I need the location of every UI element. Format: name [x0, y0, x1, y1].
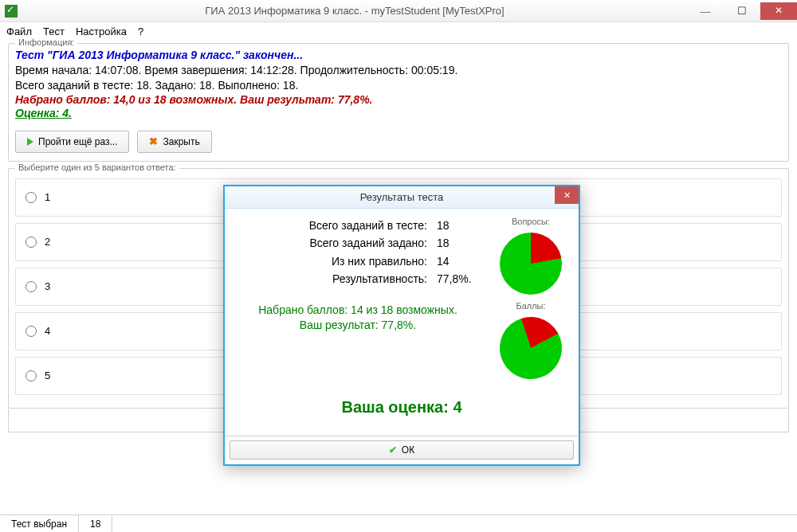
green-line2: Ваш результат: 77,8%. — [236, 318, 480, 334]
app-icon — [5, 5, 18, 18]
ok-button[interactable]: ✔ОК — [230, 440, 574, 460]
option-label: 2 — [45, 236, 50, 248]
option-label: 3 — [45, 280, 50, 292]
status-count: 18 — [79, 515, 112, 532]
status-left: Тест выбран — [0, 515, 79, 532]
radio-3[interactable] — [26, 281, 37, 292]
ok-label: ОК — [402, 444, 414, 456]
info-grade: Оценка: 4. — [15, 107, 782, 119]
retry-button[interactable]: Пройти ещё раз... — [15, 131, 129, 153]
dialog-body: Всего заданий в тесте:18 Всего заданий з… — [225, 209, 579, 436]
retry-label: Пройти ещё раз... — [38, 136, 117, 147]
close-button[interactable]: ✖ Закрыть — [137, 131, 211, 153]
close-window-button[interactable]: ✕ — [760, 2, 797, 20]
stat-total-label: Всего заданий в тесте: — [236, 217, 437, 234]
info-panel: Информация: Тест "ГИА 2013 Информатика 9… — [8, 43, 789, 162]
stat-correct-val: 14 — [437, 252, 477, 270]
option-label: 5 — [45, 370, 50, 381]
stat-correct-label: Из них правильно: — [236, 252, 437, 270]
info-legend: Информация: — [15, 37, 77, 47]
grade-text: Ваша оценка: 4 — [236, 398, 567, 417]
window-controls: — ☐ ✕ — [687, 2, 797, 20]
radio-4[interactable] — [26, 326, 37, 337]
close-label: Закрыть — [163, 136, 199, 147]
stat-eff-label: Результативность: — [236, 270, 437, 288]
dialog-title: Результаты теста — [360, 191, 444, 203]
results-dialog: Результаты теста ✕ Всего заданий в тесте… — [223, 185, 580, 466]
maximize-button[interactable]: ☐ — [724, 2, 760, 20]
stat-asked-val: 18 — [437, 234, 477, 252]
pie-column: Вопросы: Баллы: — [494, 217, 567, 379]
radio-2[interactable] — [26, 237, 37, 248]
stats-text: Всего заданий в тесте:18 Всего заданий з… — [236, 217, 480, 379]
answers-legend: Выберите один из 5 вариантов ответа: — [15, 162, 179, 172]
status-filler — [112, 515, 797, 532]
button-row: Пройти ещё раз... ✖ Закрыть — [15, 131, 782, 153]
radio-1[interactable] — [26, 192, 37, 203]
info-title: Тест "ГИА 2013 Информатика 9 класс." зак… — [15, 49, 782, 61]
menu-bar: Файл Тест Настройка ? — [0, 22, 797, 40]
info-score: Набрано баллов: 14,0 из 18 возможных. Ва… — [15, 93, 782, 106]
menu-settings[interactable]: Настройка — [76, 25, 127, 37]
menu-file[interactable]: Файл — [6, 25, 32, 37]
menu-help[interactable]: ? — [138, 25, 143, 37]
stat-eff-val: 77,8%. — [437, 270, 477, 288]
info-time: Время начала: 14:07:08. Время завершения… — [15, 63, 782, 78]
dialog-titlebar: Результаты теста ✕ — [225, 186, 579, 209]
option-label: 4 — [45, 325, 50, 337]
green-line1: Набрано баллов: 14 из 18 возможных. — [236, 303, 480, 319]
info-tasks: Всего заданий в тесте: 18. Задано: 18. В… — [15, 78, 782, 93]
dialog-close-button[interactable]: ✕ — [555, 186, 579, 204]
pie2-label: Баллы: — [516, 301, 545, 311]
dialog-footer: ✔ОК — [225, 436, 579, 464]
option-label: 1 — [45, 191, 50, 203]
play-icon — [27, 138, 33, 146]
questions-pie — [500, 233, 562, 295]
x-icon: ✖ — [149, 135, 158, 147]
pie1-label: Вопросы: — [512, 217, 550, 226]
window-title: ГИА 2013 Информатика 9 класс. - myTestSt… — [22, 5, 687, 17]
check-icon: ✔ — [389, 444, 397, 456]
status-bar: Тест выбран 18 — [0, 514, 797, 532]
points-pie — [492, 309, 570, 387]
stat-asked-label: Всего заданий задано: — [236, 234, 437, 252]
window-titlebar: ГИА 2013 Информатика 9 класс. - myTestSt… — [0, 0, 797, 22]
menu-test[interactable]: Тест — [43, 25, 65, 37]
minimize-button[interactable]: — — [687, 2, 724, 20]
radio-5[interactable] — [26, 370, 37, 381]
stat-total-val: 18 — [437, 217, 477, 234]
